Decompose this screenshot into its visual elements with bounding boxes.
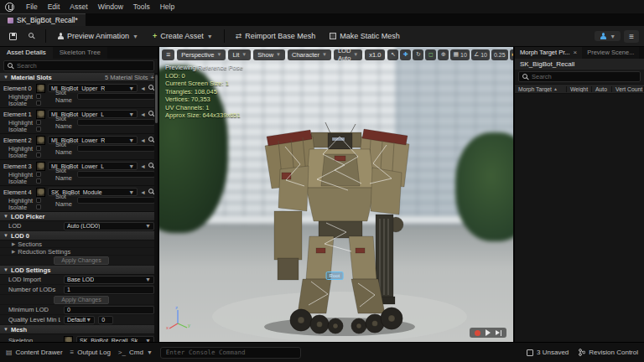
apply-changes-button[interactable]: Apply Changes <box>54 296 108 304</box>
editor-settings-button[interactable]: ≡ <box>624 30 639 43</box>
lod-import-combo[interactable]: Base LOD▼ <box>64 276 154 284</box>
unsaved-button[interactable]: 3 Unsaved <box>527 349 569 356</box>
character-button[interactable]: Character▼ <box>288 49 331 60</box>
tab-morph-target-preview[interactable]: Morph Target Pr... × <box>515 47 582 59</box>
tab-preview-scene[interactable]: Preview Scene... <box>582 47 639 59</box>
rotate-tool-button[interactable]: ↻ <box>413 49 423 60</box>
asset-tab[interactable]: SK_BigBot_Recall* <box>0 13 86 26</box>
use-selected-icon[interactable]: ◄ <box>140 111 146 117</box>
search-input[interactable] <box>17 62 150 70</box>
material-thumbnail[interactable] <box>36 110 45 119</box>
quality-min-lod-input[interactable] <box>98 316 113 324</box>
quality-default-combo[interactable]: Default▼ <box>64 316 95 324</box>
category-mesh[interactable]: ▼ Mesh <box>0 325 158 334</box>
highlight-checkbox[interactable] <box>36 146 41 151</box>
perspective-button[interactable]: Perspective▼ <box>177 49 226 60</box>
make-static-mesh-button[interactable]: Make Static Mesh <box>325 30 405 42</box>
slot-name-input[interactable] <box>77 93 155 100</box>
column-vert-count[interactable]: Vert Count <box>612 86 644 92</box>
viewport[interactable]: ≡ Perspective▼ Lit▼ Show▼ Character▼ LOD… <box>159 47 513 342</box>
camera-speed-button[interactable]: ▸4 <box>510 49 513 60</box>
category-lod-settings[interactable]: ▼ LOD Settings <box>0 266 158 275</box>
revision-control-button[interactable]: Revision Control <box>579 349 638 356</box>
column-weight[interactable]: Weight <box>567 86 592 92</box>
menu-asset[interactable]: Asset <box>65 0 92 13</box>
search-input[interactable] <box>532 73 636 80</box>
slot-name-input[interactable] <box>77 145 155 152</box>
highlight-checkbox[interactable] <box>36 94 41 99</box>
preview-animation-button[interactable]: Preview Animation ▼ <box>52 30 143 42</box>
select-tool-button[interactable]: ↖ <box>387 49 398 60</box>
show-button[interactable]: Show▼ <box>253 49 285 60</box>
highlight-checkbox[interactable] <box>36 172 41 177</box>
use-selected-icon[interactable]: ◄ <box>140 163 146 169</box>
isolate-checkbox[interactable] <box>36 178 41 184</box>
browse-to-asset-button[interactable] <box>24 29 39 44</box>
element-label: Element 0 <box>3 85 34 92</box>
stat-screen-size: Current Screen Size: 1 <box>165 80 243 88</box>
preview-profile-button[interactable]: ▼ <box>595 31 621 41</box>
play-button[interactable] <box>486 329 491 336</box>
scale-tool-button[interactable]: ◻ <box>425 49 436 60</box>
reimport-base-mesh-button[interactable]: ⇄ Reimport Base Mesh <box>231 30 321 42</box>
use-selected-icon[interactable]: ◄ <box>140 137 146 143</box>
console-command-input[interactable] <box>160 347 301 359</box>
scale-snap-button[interactable]: 0.25 <box>491 49 508 60</box>
record-button[interactable] <box>475 330 480 336</box>
menu-window[interactable]: Window <box>93 0 128 13</box>
morph-target-list[interactable] <box>515 94 644 342</box>
lod-auto-button[interactable]: LOD Auto▼ <box>334 49 362 60</box>
output-log-button[interactable]: ≡ Output Log <box>70 349 111 356</box>
reduction-settings-expander[interactable]: ▶ Reduction Settings <box>0 248 158 256</box>
minimum-lod-input[interactable] <box>64 306 154 314</box>
tab-skeleton-tree[interactable]: Skeleton Tree <box>53 47 107 59</box>
world-local-toggle[interactable]: ⊕ <box>438 49 449 60</box>
highlight-checkbox[interactable] <box>36 198 41 203</box>
category-lod0[interactable]: ▼ LOD 0 <box>0 231 158 240</box>
category-material-slots[interactable]: ▼ Material Slots 5 Material Slots+ <box>0 73 158 82</box>
highlight-checkbox[interactable] <box>36 120 41 125</box>
translate-tool-button[interactable]: ✚ <box>400 49 411 60</box>
viewport-options-button[interactable]: ≡ <box>162 49 174 60</box>
skeleton-thumbnail[interactable] <box>64 336 73 343</box>
left-panel-scrollbar[interactable] <box>154 73 158 342</box>
number-of-lods-input[interactable] <box>64 286 154 294</box>
material-thumbnail[interactable] <box>36 84 45 93</box>
isolate-checkbox[interactable] <box>36 153 41 158</box>
root-bone-badge[interactable]: Root <box>326 272 344 280</box>
rotation-snap-button[interactable]: ∠10 <box>471 49 490 60</box>
save-button[interactable] <box>5 29 20 44</box>
column-auto[interactable]: Auto <box>592 86 612 92</box>
slot-name-input[interactable] <box>77 197 155 204</box>
playback-speed-button[interactable]: x1.0 <box>365 49 385 60</box>
isolate-checkbox[interactable] <box>36 204 41 209</box>
slot-name-input[interactable] <box>77 119 155 126</box>
skeleton-combo[interactable]: SK_BigBot_Recall_Skeleton▼ <box>76 336 154 342</box>
isolate-checkbox[interactable] <box>36 101 41 106</box>
grid-snap-button[interactable]: ▦10 <box>450 49 469 60</box>
asset-details-search[interactable] <box>3 60 154 71</box>
use-selected-icon[interactable]: ◄ <box>140 189 146 195</box>
menu-file[interactable]: File <box>21 0 43 13</box>
category-lod-picker[interactable]: ▼ LOD Picker <box>0 212 158 221</box>
column-morph-target[interactable]: Morph Target▲ <box>515 86 567 92</box>
isolate-checkbox[interactable] <box>36 127 41 132</box>
step-forward-button[interactable] <box>496 330 502 336</box>
lod-picker-combo[interactable]: Auto (LOD0)▼ <box>64 222 154 230</box>
tab-asset-details[interactable]: Asset Details <box>0 47 53 59</box>
material-thumbnail[interactable] <box>36 162 45 171</box>
content-drawer-button[interactable]: ▤ Content Drawer <box>6 349 63 356</box>
morph-target-search[interactable] <box>518 71 641 82</box>
create-asset-button[interactable]: + Create Asset ▼ <box>148 30 218 42</box>
slot-name-input[interactable] <box>77 171 155 178</box>
cmd-dropdown[interactable]: >_ Cmd ▼ <box>118 349 153 356</box>
material-thumbnail[interactable] <box>36 136 45 145</box>
apply-changes-button[interactable]: Apply Changes <box>54 256 108 265</box>
menu-help[interactable]: Help <box>155 0 179 13</box>
use-selected-icon[interactable]: ◄ <box>140 85 146 91</box>
lit-button[interactable]: Lit▼ <box>228 49 251 60</box>
menu-tools[interactable]: Tools <box>128 0 155 13</box>
menu-edit[interactable]: Edit <box>43 0 65 13</box>
close-icon[interactable]: × <box>573 47 577 59</box>
material-thumbnail[interactable] <box>36 188 45 197</box>
